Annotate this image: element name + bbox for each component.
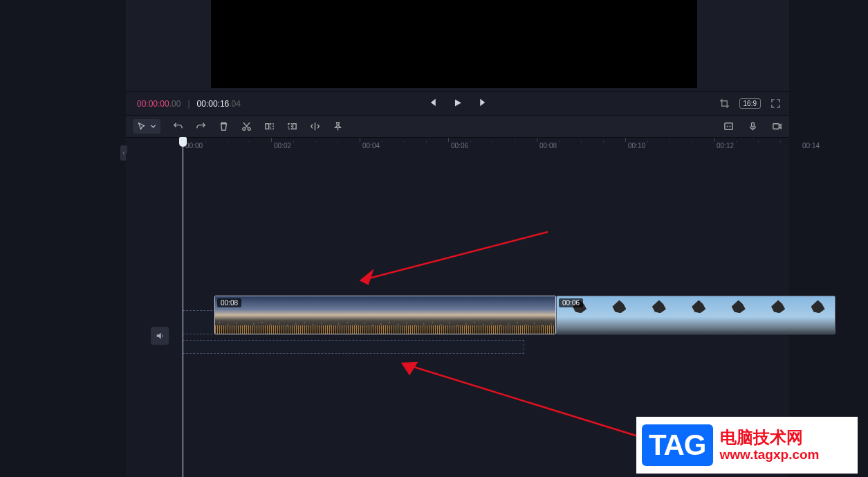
split-right-button[interactable] [287,121,297,132]
left-sidebar [0,0,126,477]
svg-line-11 [403,363,638,436]
crop-button[interactable] [719,98,730,109]
cursor-icon [137,122,146,131]
svg-rect-2 [266,124,269,129]
clip-duration-label: 00:06 [559,298,583,307]
auto-caption-button[interactable] [723,121,734,132]
svg-marker-12 [403,363,416,374]
cursor-tool-group[interactable] [133,119,160,134]
ruler-label: 00:10 [628,142,645,150]
watermark: TAG 电脑技术网 www.tagxp.com [636,417,858,474]
current-time-frames: .00 [169,99,181,109]
display-controls: 16:9 [719,98,781,109]
audio-track-toggle[interactable] [151,327,169,345]
current-time: 00:00:00.00 [137,99,181,109]
speaker-icon [155,331,165,341]
watermark-title: 电脑技术网 [720,428,820,447]
ruler-label: 00:02 [274,142,291,150]
current-time-value: 00:00:00 [137,99,169,109]
ruler-label: 00:08 [539,142,557,150]
previous-frame-button[interactable] [427,98,436,109]
svg-rect-8 [773,124,779,129]
redo-icon [196,121,206,132]
pin-icon [333,121,343,132]
total-time-frames: .04 [229,99,241,109]
undo-icon [173,121,183,132]
timeline-ruler[interactable]: 00:00 00:02 00:04 00:06 00:08 00:10 00:1… [126,138,789,153]
annotation-arrow-1 [347,228,555,298]
clip-thumbnails [557,296,835,334]
redo-button[interactable] [196,121,206,132]
record-button[interactable] [772,121,782,132]
video-clip-2[interactable]: 00:06 [556,296,835,334]
main-editor: 00:00:00.00 | 00:00:16.04 16:9 [126,0,789,477]
playback-bar: 00:00:00.00 | 00:00:16.04 16:9 [126,92,789,116]
total-time-value: 00:00:16 [197,99,230,109]
svg-rect-6 [725,123,732,129]
video-track: 00:08 00:06 [214,296,835,335]
record-icon [772,121,782,132]
undo-button[interactable] [173,121,183,132]
clip-duration-label: 00:08 [217,298,241,307]
ruler-label: 00:12 [717,142,734,150]
svg-rect-5 [293,124,296,129]
svg-rect-3 [270,124,273,129]
mirror-button[interactable] [310,121,320,132]
svg-marker-10 [361,271,372,284]
mirror-icon [310,121,320,132]
svg-rect-4 [288,124,292,129]
aspect-ratio-badge[interactable]: 16:9 [739,98,761,109]
svg-line-9 [361,232,548,280]
svg-point-0 [243,127,246,130]
annotation-arrow-2 [389,353,645,443]
playhead[interactable] [183,138,183,477]
fullscreen-button[interactable] [770,98,781,109]
toolbar-right [723,121,782,132]
split-right-icon [287,121,297,132]
playhead-handle[interactable] [179,137,187,147]
auto-caption-icon [723,121,734,132]
time-separator: | [187,99,190,109]
split-left-button[interactable] [264,121,275,132]
video-preview[interactable] [211,0,697,88]
next-frame-button[interactable] [479,98,488,109]
chevron-down-icon [150,123,156,129]
play-button[interactable] [453,98,462,109]
microphone-icon [748,121,758,132]
ruler-label: 00:00 [185,142,203,150]
play-icon [453,98,462,107]
watermark-text: 电脑技术网 www.tagxp.com [720,428,820,462]
total-time: 00:00:16.04 [197,99,241,109]
microphone-button[interactable] [748,121,758,132]
svg-point-1 [248,127,250,130]
watermark-badge: TAG [642,424,713,466]
video-clip-1[interactable]: 00:08 [214,296,556,334]
clip-audio-waveform [215,325,555,334]
delete-button[interactable] [219,121,229,132]
timeline-toolbar [126,116,789,138]
ruler-label: 00:06 [451,142,468,150]
drop-zone-audio[interactable] [183,340,524,354]
ruler-label: 00:04 [362,142,380,150]
next-frame-icon [479,98,488,107]
previous-frame-icon [427,98,436,107]
cut-icon [241,121,252,132]
watermark-url: www.tagxp.com [720,447,820,462]
split-left-icon [264,121,275,132]
right-panel [789,0,868,477]
ruler-label: 00:14 [802,142,820,150]
cut-button[interactable] [241,121,252,132]
playback-controls [427,98,488,109]
preview-panel [126,0,789,92]
pin-button[interactable] [333,121,343,132]
chevron-left-icon: ‹ [123,150,125,156]
crop-icon [719,98,730,109]
delete-icon [219,121,229,132]
fullscreen-icon [770,98,781,109]
svg-rect-7 [752,123,755,127]
